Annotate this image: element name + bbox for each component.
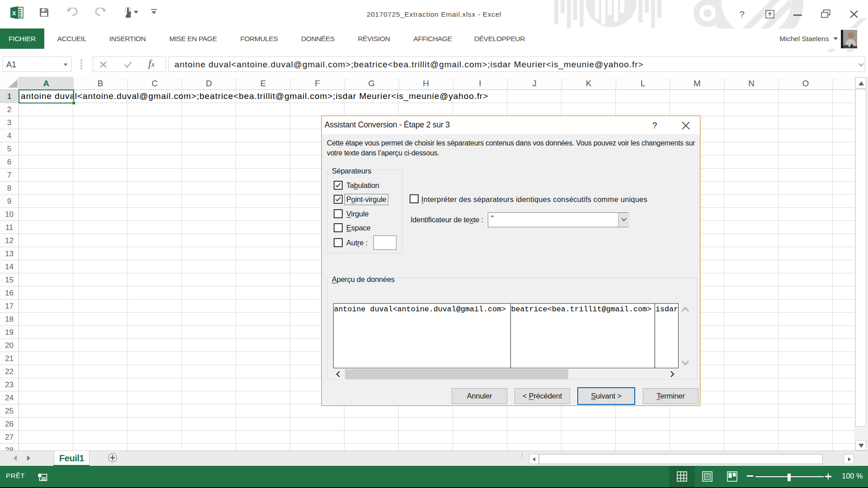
- svg-text:X: X: [12, 10, 16, 17]
- svg-text:?: ?: [652, 121, 657, 130]
- svg-text:?: ?: [739, 9, 745, 19]
